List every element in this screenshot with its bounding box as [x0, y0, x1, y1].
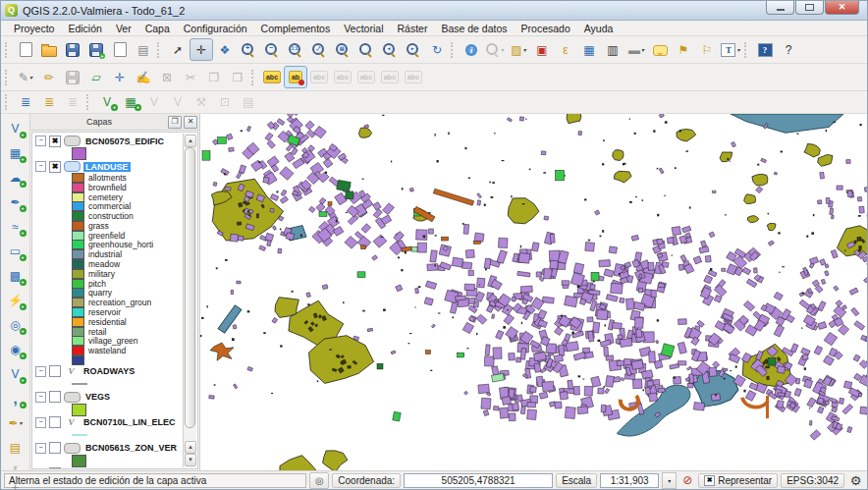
show-bookmarks-button[interactable]: ⚐: [695, 38, 719, 61]
layer-row-edific[interactable]: − ✖ BCN0507S_EDIFIC: [35, 135, 182, 147]
legend-item[interactable]: commercial: [72, 201, 182, 211]
layer-name[interactable]: BCN0507S_EDIFIC: [83, 136, 166, 146]
pan-map-button[interactable]: ✛: [190, 38, 213, 61]
legend-item[interactable]: retail: [72, 327, 182, 337]
layers-toggle-button[interactable]: ≣: [61, 93, 84, 112]
crs-status-icon[interactable]: ⚙: [847, 473, 864, 488]
add-delimited-text-layer-button[interactable]: ,+: [4, 387, 27, 409]
legend-item[interactable]: military: [72, 269, 182, 279]
minimize-button[interactable]: [766, 1, 794, 15]
expander-icon[interactable]: −: [35, 366, 46, 377]
legend-item[interactable]: grass: [72, 221, 182, 231]
composer-manager-button[interactable]: ▤: [132, 38, 155, 61]
legend-item[interactable]: industrial: [72, 249, 182, 259]
legend-item[interactable]: cemetery: [72, 192, 182, 202]
layer-row-lin-elec[interactable]: − V BCN0710L_LIN_ELEC: [35, 416, 182, 429]
rotate-label-button[interactable]: abc: [378, 66, 402, 88]
add-raster-layer-button[interactable]: ▦+: [4, 141, 27, 164]
labeling-button[interactable]: abc: [260, 66, 284, 88]
expander-icon[interactable]: −: [35, 468, 46, 469]
scroll-up-icon[interactable]: ▲: [185, 135, 196, 147]
expander-icon[interactable]: −: [35, 161, 46, 172]
menu-ver[interactable]: Ver: [109, 23, 138, 34]
coordinate-input[interactable]: 505205,4788321: [404, 473, 553, 488]
menu-edicion[interactable]: Edición: [61, 23, 108, 34]
menu-capa[interactable]: Capa: [138, 23, 177, 34]
legend-item[interactable]: [72, 355, 182, 365]
legend-item[interactable]: greenfield: [72, 231, 182, 241]
add-oracle-layer-button[interactable]: ▭+: [4, 240, 27, 262]
save-project-button[interactable]: [61, 38, 84, 61]
selection-tool-button[interactable]: ⊡: [213, 93, 237, 112]
open-attribute-table-button[interactable]: ▦: [577, 38, 601, 61]
legend-item[interactable]: pitch: [72, 279, 182, 289]
layer-checkbox[interactable]: [49, 391, 61, 403]
save-layer-edits-button[interactable]: [61, 66, 84, 88]
touch-zoom-button[interactable]: ➚: [166, 38, 190, 61]
add-vector-layer-button[interactable]: V+: [4, 117, 27, 139]
layer-checkbox[interactable]: [49, 442, 61, 454]
zoom-native-button[interactable]: 1:1: [284, 38, 307, 61]
select-features-menu-button[interactable]: ▾: [483, 38, 507, 61]
zoom-next-button[interactable]: ▸: [402, 38, 425, 61]
legend-item[interactable]: quarry: [72, 289, 182, 299]
document-tool-button[interactable]: ▤: [237, 93, 260, 112]
add-web-vector-layer-button[interactable]: V+: [4, 362, 27, 385]
epsg-button[interactable]: EPSG:3042: [781, 473, 844, 488]
menu-ayuda[interactable]: Ayuda: [577, 23, 621, 34]
select-by-expression-button[interactable]: ε: [554, 38, 577, 61]
maximize-button[interactable]: [795, 1, 824, 15]
add-postgis-layer-button[interactable]: ☁+: [4, 166, 27, 189]
scroll-up-icon[interactable]: ▲: [185, 441, 196, 454]
layer-checkbox[interactable]: [49, 365, 61, 377]
crosshair-tool-button[interactable]: +: [4, 476, 27, 490]
pan-to-selection-button[interactable]: ❖: [213, 38, 237, 61]
layer-checkbox[interactable]: [49, 467, 61, 469]
new-bookmark-button[interactable]: ⚑: [672, 38, 695, 61]
help-contents-button[interactable]: ?: [753, 38, 777, 61]
move-feature-button[interactable]: ✛: [108, 66, 132, 88]
legend-item[interactable]: allotments: [72, 173, 182, 183]
menu-base-de-datos[interactable]: Base de datos: [434, 23, 514, 34]
pin-unpin-labels-button[interactable]: abc: [307, 66, 331, 88]
delete-selected-button[interactable]: ⊠: [155, 66, 179, 88]
identify-features-button[interactable]: i: [460, 38, 483, 61]
layer-name-selected[interactable]: LANDUSE: [83, 162, 131, 172]
layers-show-all-button[interactable]: ≣: [14, 93, 37, 112]
panel-close-button[interactable]: ✕: [184, 116, 197, 129]
copy-features-button[interactable]: ❐: [202, 66, 226, 88]
text-annotation-button[interactable]: T▾: [719, 38, 742, 61]
new-print-composer-button[interactable]: [108, 38, 132, 61]
menu-complementos[interactable]: Complementos: [254, 23, 338, 34]
menu-proyecto[interactable]: Proyecto: [7, 23, 61, 34]
expander-icon[interactable]: −: [35, 136, 46, 146]
legend-item[interactable]: greenhouse_horti: [72, 241, 182, 250]
zoom-to-layer-button[interactable]: ▤: [331, 38, 354, 61]
layer-name[interactable]: ROADWAYS: [81, 366, 136, 376]
save-project-as-button[interactable]: +: [84, 38, 108, 61]
open-project-button[interactable]: [37, 38, 61, 61]
menu-procesado[interactable]: Procesado: [515, 23, 577, 34]
paste-features-button[interactable]: ❒: [226, 66, 249, 88]
field-calculator-button[interactable]: ▥: [601, 38, 624, 61]
vector-tool-button[interactable]: V+: [95, 93, 119, 112]
select-rectangle-button[interactable]: ▨▾: [507, 38, 530, 61]
cut-features-button[interactable]: ✂: [179, 66, 202, 88]
extents-toggle-button[interactable]: ◎: [309, 472, 329, 489]
vector-tool-2-button[interactable]: V: [142, 93, 166, 112]
close-button[interactable]: ✕: [825, 1, 859, 15]
menu-configuracion[interactable]: Configuración: [177, 23, 254, 34]
legend-item[interactable]: construction: [72, 211, 182, 221]
zoom-full-button[interactable]: ⤢: [307, 38, 331, 61]
new-layer-button[interactable]: ▤: [4, 436, 27, 459]
add-wfs-layer-button[interactable]: ◉+: [4, 338, 27, 360]
add-mssql-layer-button[interactable]: ≈+: [4, 215, 27, 238]
refresh-map-button[interactable]: ↻: [425, 38, 449, 61]
add-oracle-georaster-button[interactable]: ▩+: [4, 264, 27, 287]
legend-item[interactable]: recreation_groun: [72, 298, 182, 307]
layer-row-edi-rel[interactable]: − BCN0516S_EDI_REL: [35, 467, 182, 469]
expander-icon[interactable]: −: [35, 417, 46, 428]
scrollbar-thumb[interactable]: [185, 147, 195, 428]
show-hide-labels-button[interactable]: abc: [331, 66, 354, 88]
render-checkbox[interactable]: ✖: [704, 475, 715, 486]
